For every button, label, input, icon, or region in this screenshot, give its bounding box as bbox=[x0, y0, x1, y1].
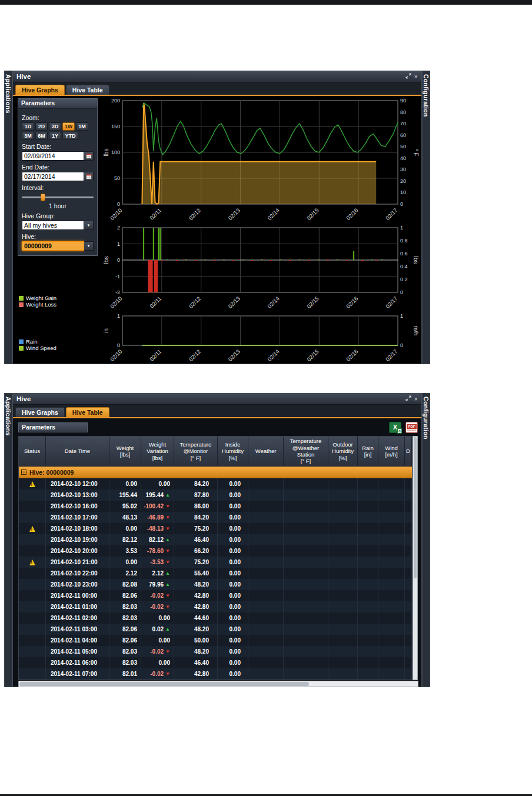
close-icon[interactable]: × bbox=[414, 74, 418, 80]
close-icon[interactable]: × bbox=[414, 396, 418, 402]
column-header-6[interactable]: Inside Humidity [%] bbox=[218, 437, 248, 466]
resize-icon[interactable] bbox=[405, 395, 411, 402]
table-row[interactable]: !2014-02-10 18:000.00-48.13▼75.200.00 bbox=[19, 523, 412, 534]
cell-extra bbox=[405, 489, 412, 501]
parameters-header[interactable]: Parameters bbox=[18, 99, 97, 109]
cell-weather bbox=[248, 590, 284, 601]
cell-temperature-weather-station bbox=[284, 545, 328, 557]
table-row[interactable]: 2014-02-11 07:0082.01-0.02▼42.800.00 bbox=[19, 668, 412, 680]
cell-wind bbox=[378, 590, 405, 601]
zoom-button-1y[interactable]: 1Y bbox=[49, 132, 61, 140]
table-row[interactable]: 2014-02-10 22:002.122.12▲55.400.00 bbox=[19, 568, 412, 579]
table-row[interactable]: 2014-02-11 03:0082.060.02▲48.200.00 bbox=[19, 624, 412, 635]
column-header-3[interactable]: Weight [lbs] bbox=[109, 437, 141, 466]
cell-weight: 82.01 bbox=[109, 668, 141, 680]
column-header-9[interactable]: Outdoor Humidity [%] bbox=[328, 437, 358, 466]
zoom-button-2d[interactable]: 2D bbox=[35, 122, 48, 131]
hive-group-row[interactable]: − Hive: 00000009 bbox=[19, 467, 412, 478]
table-row[interactable]: 2014-02-10 23:0082.0879.96▲48.200.00 bbox=[19, 579, 412, 590]
pdf-export-icon[interactable]: PDF bbox=[405, 422, 418, 433]
cell-inside-humidity: 0.00 bbox=[218, 668, 248, 680]
up-arrow-icon: ▲ bbox=[165, 582, 170, 587]
configuration-side-tab[interactable]: Configuration bbox=[422, 393, 430, 687]
column-header-11[interactable]: Wind [m/h] bbox=[378, 437, 405, 466]
cell-rain bbox=[358, 489, 378, 501]
collapse-icon[interactable]: − bbox=[21, 469, 26, 475]
applications-side-tab[interactable]: Applications bbox=[4, 71, 12, 364]
hive-select[interactable] bbox=[22, 241, 84, 251]
vertical-scrollbar[interactable] bbox=[413, 436, 418, 680]
tab-hive-table[interactable]: Hive Table bbox=[66, 407, 109, 417]
horizontal-scrollbar[interactable] bbox=[18, 681, 418, 687]
end-date-input[interactable] bbox=[22, 172, 84, 181]
tab-hive-table[interactable]: Hive Table bbox=[66, 85, 109, 95]
parameters-button[interactable]: Parameters bbox=[18, 422, 88, 432]
down-arrow-icon: ▼ bbox=[165, 515, 170, 520]
zoom-button-6m[interactable]: 6M bbox=[35, 132, 48, 140]
table-row[interactable]: 2014-02-11 06:0082.030.0046.400.00 bbox=[19, 657, 412, 668]
column-header-7[interactable]: Weather bbox=[248, 437, 284, 466]
cell-datetime: 2014-02-11 06:00 bbox=[46, 657, 109, 668]
column-header-8[interactable]: Temperature @Weather Station [° F] bbox=[284, 437, 328, 466]
zoom-button-1d[interactable]: 1D bbox=[22, 122, 34, 131]
column-header-10[interactable]: Rain [in] bbox=[358, 437, 378, 466]
zoom-button-ytd[interactable]: YTD bbox=[62, 132, 78, 140]
table-row[interactable]: 2014-02-10 19:0082.1282.12▲46.400.00 bbox=[19, 534, 412, 545]
start-date-calendar-button[interactable] bbox=[84, 151, 94, 161]
cell-status bbox=[19, 657, 46, 668]
applications-side-tab-label: Applications bbox=[5, 397, 12, 687]
zoom-button-3d[interactable]: 3D bbox=[49, 122, 61, 131]
table-row[interactable]: !2014-02-10 12:000.000.0084.200.00 bbox=[19, 478, 412, 489]
interval-slider[interactable] bbox=[22, 194, 94, 201]
cell-temperature-monitor: 48.20 bbox=[174, 646, 218, 657]
cell-rain bbox=[358, 534, 378, 545]
tab-hive-graphs[interactable]: Hive Graphs bbox=[15, 85, 65, 95]
excel-export-icon[interactable]: X bbox=[389, 422, 401, 433]
tab-hive-graphs[interactable]: Hive Graphs bbox=[15, 407, 65, 417]
cell-temperature-monitor: 75.20 bbox=[174, 557, 218, 568]
column-header-2[interactable]: Date Time bbox=[46, 437, 109, 466]
svg-text:02/15: 02/15 bbox=[305, 295, 320, 310]
cell-datetime: 2014-02-11 02:00 bbox=[46, 612, 109, 624]
column-header-5[interactable]: Temperature @Monitor [° F] bbox=[174, 437, 218, 466]
applications-side-tab[interactable]: Applications bbox=[4, 393, 12, 687]
table-row[interactable]: 2014-02-11 05:0082.03-0.02▼48.200.00 bbox=[19, 646, 412, 657]
weight-legend: Weight Gain Weight Loss bbox=[19, 295, 102, 308]
zoom-button-1w[interactable]: 1W bbox=[62, 122, 75, 131]
column-header-1[interactable]: Status bbox=[19, 437, 46, 466]
column-header-12[interactable]: D bbox=[405, 437, 412, 466]
resize-icon[interactable] bbox=[405, 73, 411, 80]
svg-text:02/17: 02/17 bbox=[384, 348, 399, 363]
hive-group-select[interactable] bbox=[22, 221, 84, 230]
horizontal-scrollbar-thumb[interactable] bbox=[19, 682, 309, 686]
table-row[interactable]: 2014-02-11 01:0082.03-0.02▼42.800.00 bbox=[19, 601, 412, 612]
table-row[interactable]: !2014-02-10 21:000.00-3.53▼75.200.00 bbox=[19, 557, 412, 568]
cell-temperature-weather-station bbox=[284, 489, 328, 501]
zoom-button-1m[interactable]: 1M bbox=[76, 122, 88, 131]
svg-text:0: 0 bbox=[117, 257, 120, 263]
up-arrow-icon: ▲ bbox=[165, 537, 170, 542]
column-header-4[interactable]: Weight Variation [lbs] bbox=[141, 437, 174, 466]
svg-text:° F: ° F bbox=[413, 149, 419, 156]
table-row[interactable]: 2014-02-10 20:003.53-78.60▼66.200.00 bbox=[19, 545, 412, 557]
table-row[interactable]: 2014-02-10 16:0095.02-100.42▼86.000.00 bbox=[19, 501, 412, 512]
cell-datetime: 2014-02-10 18:00 bbox=[46, 523, 109, 534]
zoom-button-3m[interactable]: 3M bbox=[22, 132, 34, 140]
table-row[interactable]: 2014-02-10 17:0048.13-46.89▼84.200.00 bbox=[19, 512, 412, 523]
cell-weight-variation: 0.00 bbox=[141, 635, 174, 646]
end-date-calendar-button[interactable] bbox=[84, 172, 94, 181]
table-row[interactable]: 2014-02-11 02:0082.030.0044.600.00 bbox=[19, 612, 412, 624]
table-row[interactable]: 2014-02-11 00:0082.06-0.02▼42.800.00 bbox=[19, 590, 412, 601]
down-arrow-icon: ▼ bbox=[165, 604, 170, 610]
table-row[interactable]: 2014-02-11 04:0082.060.0050.000.00 bbox=[19, 635, 412, 646]
slider-handle[interactable] bbox=[41, 194, 45, 201]
configuration-side-tab[interactable]: Configuration bbox=[422, 71, 430, 364]
start-date-input[interactable] bbox=[22, 151, 84, 161]
hive-dropdown-button[interactable]: ▼ bbox=[84, 241, 94, 251]
hive-group-dropdown-button[interactable]: ▼ bbox=[84, 221, 94, 230]
cell-wind bbox=[378, 545, 405, 557]
cell-inside-humidity: 0.00 bbox=[218, 601, 248, 612]
table-row[interactable]: 2014-02-10 13:00195.44195.44▲87.800.00 bbox=[19, 489, 412, 501]
slider-track[interactable] bbox=[22, 196, 94, 198]
vertical-scrollbar-thumb[interactable] bbox=[414, 437, 417, 578]
